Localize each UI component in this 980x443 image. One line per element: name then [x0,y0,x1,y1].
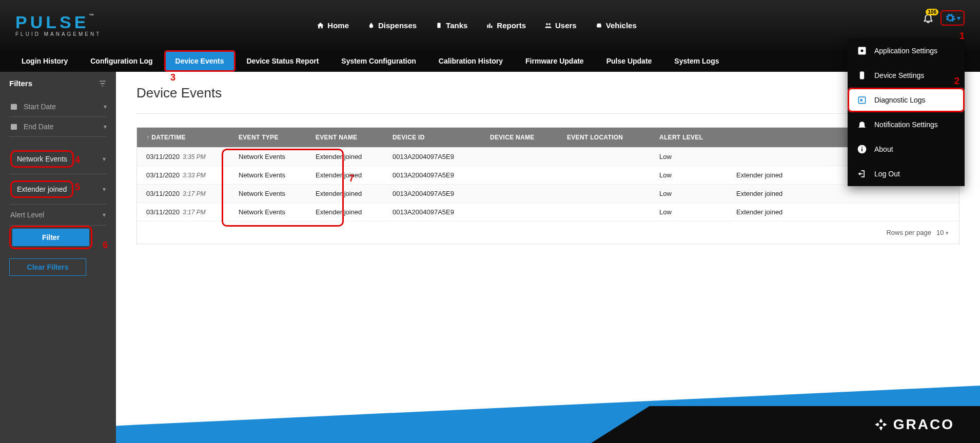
nav-vehicles-label: Vehicles [606,21,637,30]
graco-logo-icon [874,417,888,432]
subnav-calibration-history[interactable]: Calibration History [427,50,514,72]
chevron-down-icon: ▾ [946,230,949,236]
page-title: Device Events [136,85,959,114]
table-row[interactable]: 03/11/20203:33 PM Network Events Extende… [137,166,959,184]
chevron-down-icon: ▾ [104,103,107,110]
th-event-type[interactable]: EVENT TYPE [239,134,316,141]
menu-about[interactable]: About [848,137,965,162]
menu-device-settings[interactable]: Device Settings [848,63,965,88]
users-icon [544,22,552,29]
svg-point-5 [548,23,551,25]
subnav-label: Firmware Update [525,57,584,65]
menu-label: About [874,145,893,153]
subnav-system-configuration[interactable]: System Configuration [330,50,427,72]
table-row[interactable]: 03/11/20203:35 PM Network Events Extende… [137,147,959,166]
menu-label: Diagnostic Logs [874,96,926,104]
chevron-down-icon: ▾ [104,123,107,130]
calendar-icon [857,95,867,105]
filters-title: Filters [9,79,32,88]
sort-asc-icon: ↑ [146,134,149,141]
subnav-label: Pulse Update [606,57,652,65]
table-row[interactable]: 03/11/20203:17 PM Network Events Extende… [137,184,959,203]
filter-button[interactable]: Filter [12,229,89,246]
end-date-picker[interactable]: End Date ▾ [9,117,107,137]
menu-label: Log Out [874,170,900,178]
svg-rect-15 [11,124,17,130]
logo-title: PULSE™ [15,13,101,31]
th-device-id[interactable]: DEVICE ID [393,134,490,141]
nav-reports[interactable]: Reports [486,21,526,30]
menu-label: Notification Settings [874,120,938,129]
subnav-pulse-update[interactable]: Pulse Update [595,50,663,72]
subnav-system-logs[interactable]: System Logs [663,50,730,72]
nav-vehicles[interactable]: Vehicles [595,21,637,30]
subnav-label: Device Status Report [247,57,319,65]
vehicle-icon [595,22,603,29]
nav-tanks[interactable]: Tanks [435,21,467,30]
device-icon [857,70,867,80]
nav-dispenses[interactable]: Dispenses [367,21,417,30]
svg-point-4 [546,23,548,25]
th-event-location[interactable]: EVENT LOCATION [567,134,659,141]
svg-rect-10 [860,99,863,101]
logout-icon [857,169,867,179]
home-icon [317,22,324,29]
nav-home-label: Home [327,21,349,30]
start-date-label: Start Date [24,103,56,111]
table-row[interactable]: 03/11/20203:17 PM Network Events Extende… [137,203,959,221]
table-footer: Rows per page 10 ▾ [137,221,959,244]
svg-rect-14 [11,104,17,110]
nav-users-label: Users [555,21,577,30]
subnav-device-events[interactable]: Device Events [164,50,236,72]
primary-nav: Home Dispenses Tanks Reports Users Vehic… [317,21,636,30]
clear-filters-button[interactable]: Clear Filters [9,258,86,276]
secondary-nav: Login History Configuration Log Device E… [0,50,980,72]
subnav-device-status-report[interactable]: Device Status Report [236,50,330,72]
event-name-select[interactable]: Extender joined ▾ [9,174,107,205]
menu-notification-settings[interactable]: Notification Settings [848,112,965,137]
svg-rect-3 [491,26,493,28]
end-date-label: End Date [24,123,53,131]
settings-menu-trigger[interactable]: ▾ [940,10,965,26]
alert-level-value: Alert Level [10,211,44,219]
menu-logout[interactable]: Log Out [848,162,965,186]
menu-application-settings[interactable]: Application Settings [848,38,965,63]
nav-users[interactable]: Users [544,21,577,30]
svg-rect-0 [437,23,440,28]
bell-solid-icon [857,119,867,130]
chevron-down-icon: ▾ [103,211,106,218]
subnav-label: Device Events [175,57,224,65]
event-type-select[interactable]: Network Events ▾ [9,144,107,174]
header-actions: 106 ▾ Application Settings Device Settin… [921,10,965,26]
menu-label: Application Settings [874,47,937,55]
chevron-down-icon: ▾ [103,155,106,163]
subnav-firmware-update[interactable]: Firmware Update [514,50,595,72]
subnav-login-history[interactable]: Login History [10,50,79,72]
svg-rect-13 [861,147,863,148]
nav-tanks-label: Tanks [446,21,467,30]
notification-badge: 106 [926,9,938,15]
th-alert-level[interactable]: ALERT LEVEL [659,134,736,141]
start-date-picker[interactable]: Start Date ▾ [9,97,107,117]
alert-level-select[interactable]: Alert Level ▾ [9,205,107,226]
subnav-configuration-log[interactable]: Configuration Log [79,50,164,72]
rows-per-page-select[interactable]: 10 ▾ [936,229,949,236]
th-event-name[interactable]: EVENT NAME [316,134,393,141]
menu-diagnostic-logs[interactable]: Diagnostic Logs [848,88,965,112]
svg-rect-1 [487,25,489,28]
th-device-name[interactable]: DEVICE NAME [490,134,567,141]
settings-menu: Application Settings Device Settings Dia… [848,38,965,186]
svg-rect-2 [489,23,491,28]
page-footer: GRACO [116,386,980,443]
subnav-label: Login History [22,57,68,65]
filter-icon[interactable] [99,79,107,88]
event-type-value: Network Events [10,150,74,168]
nav-home[interactable]: Home [317,21,349,30]
th-datetime[interactable]: ↑DATE/TIME [146,134,239,141]
subnav-label: Calibration History [439,57,503,65]
chevron-down-icon: ▾ [957,14,961,22]
top-header: PULSE™ FLUID MANAGEMENT Home Dispenses T… [0,0,980,50]
gear-icon [945,12,956,24]
subnav-label: System Logs [674,57,719,65]
notifications-button[interactable]: 106 [921,11,935,25]
